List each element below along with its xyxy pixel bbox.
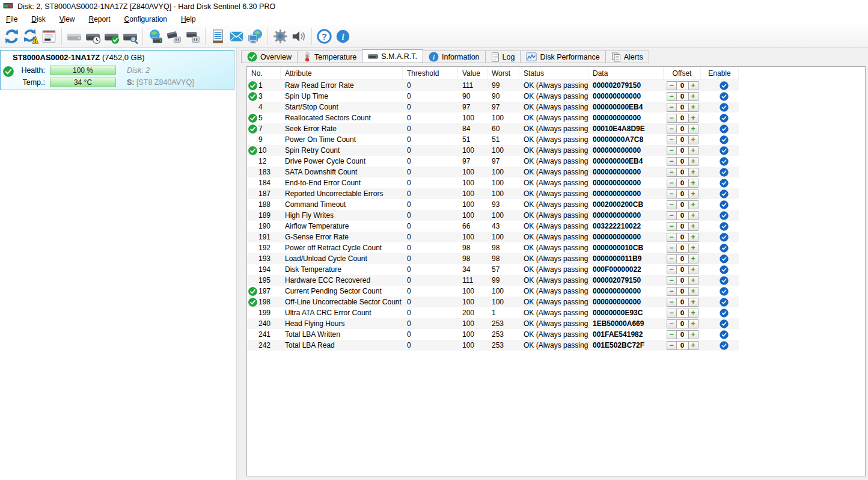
menu-view[interactable]: View (55, 14, 80, 25)
smart-row-4[interactable]: 4Start/Stop Count09797OK (Always passing… (247, 102, 739, 112)
offset-value[interactable]: 0 (676, 211, 689, 220)
disk-gray-icon[interactable] (65, 27, 84, 46)
notes-icon[interactable] (209, 27, 227, 46)
enable-checkbox[interactable] (720, 189, 729, 198)
menu-disk[interactable]: Disk (26, 14, 50, 25)
disk-clock-icon[interactable] (84, 27, 102, 46)
offset-value[interactable]: 0 (676, 179, 689, 188)
offset-increase-button[interactable]: + (689, 330, 698, 339)
offset-value[interactable]: 0 (676, 157, 689, 166)
tab-information[interactable]: iInformation (423, 51, 486, 63)
enable-checkbox[interactable] (720, 319, 729, 328)
offset-value[interactable]: 0 (676, 222, 689, 231)
disk-power-icon[interactable] (183, 27, 202, 46)
offset-value[interactable]: 0 (676, 265, 689, 274)
offset-value[interactable]: 0 (676, 309, 689, 318)
offset-increase-button[interactable]: + (689, 135, 698, 144)
enable-checkbox[interactable] (720, 276, 729, 285)
smart-row-240[interactable]: 240Head Flying Hours0100253OK (Always pa… (247, 318, 739, 329)
enable-checkbox[interactable] (720, 211, 729, 220)
offset-value[interactable]: 0 (676, 298, 689, 307)
offset-value[interactable]: 0 (676, 244, 689, 253)
menu-report[interactable]: Report (84, 14, 115, 25)
enable-checkbox[interactable] (720, 287, 729, 296)
disk-globe-icon[interactable] (146, 27, 165, 46)
column-header-offset[interactable]: Offset (664, 67, 701, 79)
smart-row-192[interactable]: 192Power off Retract Cycle Count09898OK … (247, 242, 739, 253)
enable-checkbox[interactable] (720, 330, 729, 339)
offset-value[interactable]: 0 (676, 200, 689, 209)
offset-decrease-button[interactable]: − (667, 168, 676, 177)
menu-file[interactable]: File (1, 14, 22, 25)
offset-increase-button[interactable]: + (689, 81, 698, 90)
offset-value[interactable]: 0 (676, 330, 689, 339)
enable-checkbox[interactable] (720, 135, 729, 144)
disk-plug-icon[interactable] (165, 27, 183, 46)
enable-checkbox[interactable] (720, 309, 729, 318)
offset-decrease-button[interactable]: − (667, 125, 676, 134)
settings-icon[interactable] (271, 27, 290, 46)
smart-row-241[interactable]: 241Total LBA Written0100253OK (Always pa… (247, 329, 739, 340)
offset-decrease-button[interactable]: − (667, 287, 676, 296)
tab-alerts[interactable]: Alerts (605, 51, 649, 63)
offset-increase-button[interactable]: + (689, 92, 698, 101)
disk-search-icon[interactable] (121, 27, 139, 46)
network-icon[interactable] (246, 27, 264, 46)
offset-decrease-button[interactable]: − (667, 146, 676, 155)
offset-decrease-button[interactable]: − (667, 135, 676, 144)
email-icon[interactable] (227, 27, 246, 46)
offset-decrease-button[interactable]: − (667, 222, 676, 231)
offset-value[interactable]: 0 (676, 287, 689, 296)
enable-checkbox[interactable] (720, 233, 729, 242)
offset-value[interactable]: 0 (676, 103, 689, 112)
offset-decrease-button[interactable]: − (667, 211, 676, 220)
enable-checkbox[interactable] (720, 81, 729, 90)
smart-row-3[interactable]: 3Spin Up Time09090OK (Always passing)000… (247, 91, 739, 102)
enable-checkbox[interactable] (720, 157, 729, 166)
offset-increase-button[interactable]: + (689, 244, 698, 253)
tab-temperature[interactable]: Temperature (297, 51, 362, 63)
offset-increase-button[interactable]: + (689, 319, 698, 328)
offset-increase-button[interactable]: + (689, 265, 698, 274)
offset-increase-button[interactable]: + (689, 309, 698, 318)
offset-increase-button[interactable]: + (689, 179, 698, 188)
offset-decrease-button[interactable]: − (667, 244, 676, 253)
offset-value[interactable]: 0 (676, 146, 689, 155)
smart-row-7[interactable]: 7Seek Error Rate08460OK (Always passing)… (247, 123, 739, 134)
enable-checkbox[interactable] (720, 200, 729, 209)
smart-row-184[interactable]: 184End-to-End Error Count0100100OK (Alwa… (247, 177, 739, 188)
offset-value[interactable]: 0 (676, 341, 689, 350)
smart-row-197[interactable]: 197Current Pending Sector Count0100100OK… (247, 286, 739, 297)
offset-value[interactable]: 0 (676, 114, 689, 123)
refresh-warning-icon[interactable]: ! (21, 27, 40, 46)
offset-decrease-button[interactable]: − (667, 309, 676, 318)
enable-checkbox[interactable] (720, 265, 729, 274)
enable-checkbox[interactable] (720, 92, 729, 101)
column-header-threshold[interactable]: Threshold (403, 67, 458, 79)
offset-decrease-button[interactable]: − (667, 189, 676, 198)
report-icon[interactable] (40, 27, 58, 46)
tab-s-m-a-r-t[interactable]: S.M.A.R.T. (362, 49, 423, 63)
smart-row-1[interactable]: 1Raw Read Error Rate011199OK (Always pas… (247, 80, 739, 91)
enable-checkbox[interactable] (720, 254, 729, 263)
offset-decrease-button[interactable]: − (667, 179, 676, 188)
smart-row-5[interactable]: 5Reallocated Sectors Count0100100OK (Alw… (247, 112, 739, 123)
offset-decrease-button[interactable]: − (667, 276, 676, 285)
offset-value[interactable]: 0 (676, 168, 689, 177)
smart-row-12[interactable]: 12Drive Power Cycle Count09797OK (Always… (247, 156, 739, 167)
sound-icon[interactable] (290, 27, 308, 46)
smart-row-9[interactable]: 9Power On Time Count05151OK (Always pass… (247, 134, 739, 145)
offset-increase-button[interactable]: + (689, 287, 698, 296)
enable-checkbox[interactable] (720, 114, 729, 123)
offset-decrease-button[interactable]: − (667, 92, 676, 101)
refresh-icon[interactable] (2, 27, 21, 46)
offset-decrease-button[interactable]: − (667, 319, 676, 328)
enable-checkbox[interactable] (720, 222, 729, 231)
offset-increase-button[interactable]: + (689, 254, 698, 263)
enable-checkbox[interactable] (720, 179, 729, 188)
smart-row-199[interactable]: 199Ultra ATA CRC Error Count02001OK (Alw… (247, 307, 739, 318)
offset-decrease-button[interactable]: − (667, 157, 676, 166)
offset-value[interactable]: 0 (676, 276, 689, 285)
smart-row-183[interactable]: 183SATA Downshift Count0100100OK (Always… (247, 167, 739, 177)
offset-decrease-button[interactable]: − (667, 341, 676, 350)
